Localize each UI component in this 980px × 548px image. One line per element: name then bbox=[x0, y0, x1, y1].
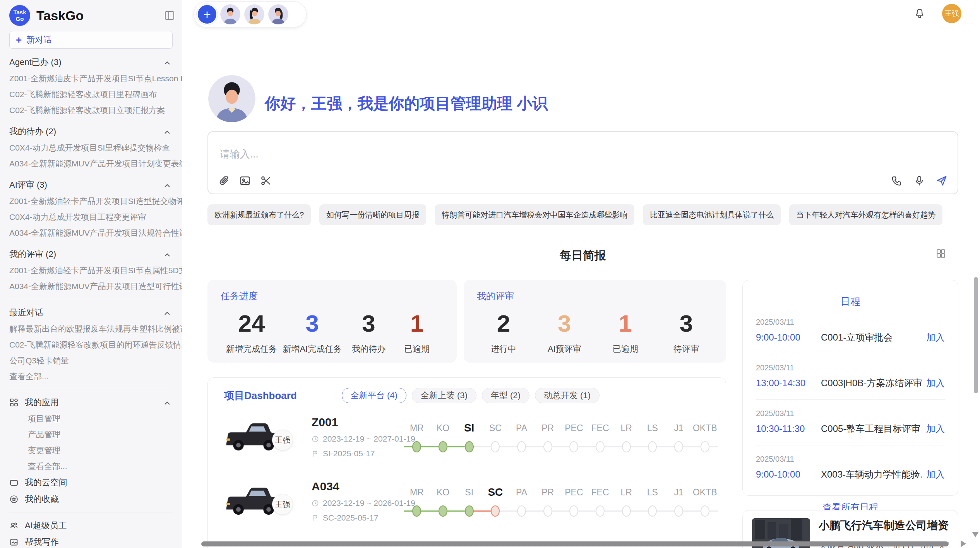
suggestion-chip[interactable]: 比亚迪全固态电池计划具体说了什么 bbox=[643, 204, 781, 225]
join-link[interactable]: 加入 bbox=[926, 331, 945, 344]
sidebar-item-app[interactable]: 项目管理 bbox=[9, 411, 182, 426]
microphone-icon[interactable] bbox=[913, 174, 926, 187]
sidebar-item-favorites[interactable]: 我的收藏 bbox=[9, 491, 182, 507]
image-icon[interactable] bbox=[238, 174, 252, 187]
sidebar-item[interactable]: C0X4-动力总成开发项目工程变更评审 bbox=[9, 209, 182, 225]
stat[interactable]: 1 已逾期 bbox=[396, 309, 438, 355]
stat[interactable]: 1 已逾期 bbox=[604, 309, 647, 355]
milestone[interactable]: SI bbox=[456, 485, 482, 517]
stat[interactable]: 3 新增AI完成任务 bbox=[283, 309, 342, 355]
sidebar-item[interactable]: Z001-全新燃油轻卡产品开发项目SI节点属性5D文件评审 bbox=[9, 262, 182, 278]
milestone[interactable]: LR bbox=[613, 421, 639, 453]
milestone[interactable]: OKTB bbox=[692, 421, 718, 453]
tab-new-body[interactable]: 全新上装 (3) bbox=[412, 388, 476, 403]
user-avatar[interactable]: 王强 bbox=[942, 4, 961, 23]
sidebar-item-cloud-space[interactable]: 我的云空间 bbox=[9, 474, 182, 491]
chat-composer[interactable]: 请输入... bbox=[207, 131, 958, 194]
sidebar-section-agent-done[interactable]: Agent已办 (3) bbox=[9, 54, 182, 70]
milestone[interactable]: PR bbox=[535, 421, 561, 453]
sidebar-item-ai-staff[interactable]: AI超级员工 bbox=[9, 517, 182, 534]
sidebar-toggle-icon[interactable] bbox=[164, 10, 175, 21]
milestone[interactable]: FEC bbox=[587, 421, 613, 453]
suggestion-chip[interactable]: 欧洲新规最近颁布了什么? bbox=[207, 204, 311, 225]
join-link[interactable]: 加入 bbox=[926, 377, 945, 389]
sidebar-item[interactable]: 解释最新出台的欧盟报废车法规再生塑料比例被调至15%... bbox=[9, 321, 182, 337]
layout-grid-icon[interactable] bbox=[936, 248, 946, 260]
sidebar-item[interactable]: A034-全新新能源MUV产品开发项目造型可行性评审 bbox=[9, 278, 182, 294]
milestone[interactable]: LR bbox=[613, 485, 639, 517]
sidebar-item[interactable]: Z001-全新燃油皮卡产品开发项目SI节点Lesson Learn报告 bbox=[9, 70, 182, 86]
horizontal-scrollbar[interactable] bbox=[201, 541, 949, 546]
stat[interactable]: 3 待评审 bbox=[665, 309, 708, 355]
sidebar-section-ai-review[interactable]: AI评审 (3) bbox=[9, 177, 182, 193]
milestone[interactable]: SC bbox=[482, 485, 509, 517]
chevron-up-icon[interactable] bbox=[164, 57, 170, 67]
milestone[interactable]: MR bbox=[404, 421, 430, 453]
chevron-up-icon[interactable] bbox=[164, 180, 170, 190]
sidebar-item-app[interactable]: 变更管理 bbox=[9, 442, 182, 458]
sidebar-item[interactable]: 公司Q3轻卡销量 bbox=[9, 353, 182, 368]
join-link[interactable]: 加入 bbox=[926, 468, 945, 481]
milestone[interactable]: SI bbox=[456, 421, 482, 453]
sidebar-view-all-apps[interactable]: 查看全部... bbox=[9, 458, 182, 474]
milestone[interactable]: KO bbox=[430, 421, 456, 453]
chevron-up-icon[interactable] bbox=[164, 308, 170, 318]
suggestion-chip[interactable]: 当下年轻人对汽车外观有怎样的喜好趋势 bbox=[789, 204, 942, 225]
stat[interactable]: 24 新增完成任务 bbox=[226, 309, 277, 355]
milestone[interactable]: MR bbox=[404, 485, 430, 517]
project-row[interactable]: 王强 A034 2023-12-19 ~ 2026-01-19 S bbox=[224, 471, 726, 532]
scissors-icon[interactable] bbox=[259, 174, 272, 187]
milestone[interactable]: LS bbox=[639, 421, 666, 453]
suggestion-chip[interactable]: 如何写一份清晰的项目周报 bbox=[319, 204, 426, 225]
stat[interactable]: 3 我的待办 bbox=[348, 309, 390, 355]
paperclip-icon[interactable] bbox=[218, 174, 231, 187]
milestone[interactable]: LS bbox=[639, 485, 666, 517]
sidebar-view-all-chats[interactable]: 查看全部... bbox=[9, 368, 182, 384]
milestone[interactable]: J1 bbox=[666, 485, 692, 517]
sidebar-item-app[interactable]: 产品管理 bbox=[9, 426, 182, 442]
tab-all-new-platform[interactable]: 全新平台 (4) bbox=[342, 388, 406, 403]
milestone[interactable]: PR bbox=[535, 485, 561, 517]
project-row[interactable]: 王强 Z001 2023-12-19 ~ 2027-01-19 S bbox=[224, 406, 726, 468]
add-session-button[interactable]: + bbox=[198, 5, 216, 24]
sidebar-item[interactable]: A034-全新新能源MUV产品开发项目法规符合性评审 bbox=[9, 225, 182, 241]
join-link[interactable]: 加入 bbox=[926, 423, 945, 435]
sidebar-section-recent[interactable]: 最近对话 bbox=[9, 305, 182, 321]
vertical-scrollbar[interactable] bbox=[974, 277, 978, 393]
milestone[interactable]: OKTB bbox=[692, 485, 718, 517]
sidebar-item[interactable]: A034-全新新能源MUV产品开发项目计划变更表编写 bbox=[9, 156, 182, 171]
notification-bell-icon[interactable] bbox=[914, 8, 925, 19]
scroll-right-arrow-icon[interactable] bbox=[961, 540, 966, 547]
send-icon[interactable] bbox=[935, 174, 948, 187]
stat[interactable]: 2 进行中 bbox=[482, 309, 525, 355]
milestone[interactable]: PA bbox=[509, 421, 535, 453]
tab-powertrain[interactable]: 动总开发 (1) bbox=[535, 388, 600, 403]
sidebar-item-my-apps[interactable]: 我的应用 bbox=[9, 394, 182, 411]
suggestion-chip[interactable]: 特朗普可能对进口汽车增税会对中国车企造成哪些影响 bbox=[435, 204, 634, 225]
tab-year-model[interactable]: 年型 (2) bbox=[482, 388, 529, 403]
milestone[interactable]: KO bbox=[430, 485, 456, 517]
sidebar-item[interactable]: C02-飞腾新能源轻客改款项目的闭环通告反馈情况 bbox=[9, 337, 182, 353]
chevron-up-icon[interactable] bbox=[164, 249, 170, 259]
avatar[interactable] bbox=[244, 4, 264, 24]
avatar[interactable] bbox=[220, 4, 240, 24]
milestone[interactable]: J1 bbox=[666, 421, 692, 453]
sidebar-item[interactable]: Z001-全新燃油轻卡产品开发项目SI造型提交物评审 bbox=[9, 193, 182, 209]
sidebar-section-my-review[interactable]: 我的评审 (2) bbox=[9, 246, 182, 262]
stat[interactable]: 3 AI预评审 bbox=[543, 309, 586, 355]
chevron-up-icon[interactable] bbox=[164, 397, 170, 408]
milestone[interactable]: SC bbox=[482, 421, 509, 453]
sidebar-item[interactable]: C02-飞腾新能源轻客改款项目里程碑画布 bbox=[9, 86, 182, 102]
scroll-down-arrow-icon[interactable] bbox=[972, 532, 979, 537]
phone-icon[interactable] bbox=[890, 174, 903, 187]
avatar[interactable] bbox=[268, 4, 288, 24]
sidebar-item-help-write[interactable]: 帮我写作 bbox=[9, 534, 182, 548]
sidebar-item[interactable]: C02-飞腾新能源轻客改款项目立项汇报方案 bbox=[9, 102, 182, 118]
milestone[interactable]: FEC bbox=[587, 485, 613, 517]
milestone[interactable]: PEC bbox=[561, 421, 587, 453]
new-chat-button[interactable]: + 新对话 bbox=[9, 31, 173, 49]
chevron-up-icon[interactable] bbox=[164, 127, 170, 137]
milestone[interactable]: PEC bbox=[561, 485, 587, 517]
sidebar-item[interactable]: C0X4-动力总成开发项目SI里程碑提交物检查 bbox=[9, 140, 182, 156]
milestone[interactable]: PA bbox=[509, 485, 535, 517]
